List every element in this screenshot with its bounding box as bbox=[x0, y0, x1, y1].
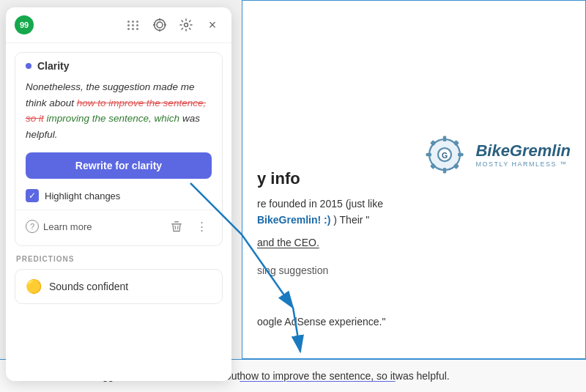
suggestion-text: Nonetheless, the suggestion made me thin… bbox=[26, 79, 212, 142]
predictions-label: PREDICTIONS bbox=[15, 255, 223, 263]
card-footer: ? Learn more ⋮ bbox=[15, 210, 222, 245]
text-insertion: improving the sentence, which bbox=[44, 113, 179, 124]
more-options-icon[interactable]: ⋮ bbox=[191, 216, 212, 237]
prediction-item: 🟡 Sounds confident bbox=[15, 269, 223, 304]
sidebar-toolbar: 99 bbox=[6, 7, 231, 43]
delete-icon[interactable] bbox=[166, 216, 187, 237]
brand-name: BikeGremlin bbox=[475, 141, 571, 160]
card-title: Clarity bbox=[37, 60, 70, 72]
grammarly-sidebar: 99 bbox=[6, 7, 231, 381]
svg-point-6 bbox=[185, 23, 188, 27]
highlight-checkbox[interactable]: ✓ bbox=[26, 189, 39, 202]
svg-line-9 bbox=[175, 226, 176, 229]
goals-icon[interactable] bbox=[149, 15, 170, 35]
para1-post: ) Their " bbox=[330, 214, 369, 226]
settings-icon[interactable] bbox=[176, 15, 196, 35]
svg-rect-7 bbox=[171, 223, 182, 225]
svg-point-0 bbox=[155, 20, 166, 31]
close-icon[interactable]: × bbox=[202, 15, 223, 35]
suggestion-card: Clarity Nonetheless, the suggestion made… bbox=[15, 52, 223, 246]
clarity-dot bbox=[26, 63, 31, 69]
help-icon[interactable]: ? bbox=[26, 220, 39, 233]
highlight-label: Highlight changes bbox=[45, 191, 120, 201]
bottom-text-post: was helpful. bbox=[396, 370, 450, 382]
bottom-text-underline: how to improve the sentence, so it bbox=[240, 370, 395, 382]
grammarly-logo: 99 bbox=[15, 15, 34, 34]
content-heading: y info bbox=[257, 169, 439, 188]
page-content-area: G BikeGremlin MOSTLY HARMLESS ™ y info r… bbox=[242, 0, 586, 359]
prediction-emoji: 🟡 bbox=[26, 278, 42, 295]
svg-rect-16 bbox=[426, 153, 432, 157]
svg-rect-8 bbox=[174, 221, 179, 223]
svg-point-1 bbox=[157, 22, 163, 28]
para1-rest: and the CEO. bbox=[257, 237, 319, 248]
svg-text:G: G bbox=[442, 151, 448, 160]
rewrite-clarity-button[interactable]: Rewrite for clarity bbox=[26, 152, 212, 179]
brand-text: BikeGremlin MOSTLY HARMLESS ™ bbox=[475, 141, 571, 168]
svg-line-10 bbox=[178, 226, 179, 229]
adsense-para: oogle AdSense experience." bbox=[257, 316, 571, 328]
learn-more-link[interactable]: Learn more bbox=[43, 221, 92, 232]
highlight-changes-row: ✓ Highlight changes bbox=[15, 186, 222, 210]
brand-tagline: MOSTLY HARMLESS ™ bbox=[475, 160, 571, 168]
svg-rect-17 bbox=[458, 153, 464, 157]
predictions-section: PREDICTIONS 🟡 Sounds confident bbox=[15, 255, 223, 304]
svg-rect-15 bbox=[443, 168, 447, 174]
brand-area: G BikeGremlin MOSTLY HARMLESS ™ bbox=[423, 133, 571, 177]
content-para-2: and the CEO. bbox=[257, 234, 439, 251]
svg-rect-14 bbox=[443, 136, 447, 142]
suggestion-note: sing suggestion bbox=[257, 265, 328, 276]
content-para-1: re founded in 2015 (just like BikeGremli… bbox=[257, 196, 439, 229]
para1-brand: BikeGremlin! :) bbox=[257, 214, 330, 226]
content-heading-area: y info re founded in 2015 (just like Bik… bbox=[257, 169, 439, 256]
card-header: Clarity bbox=[15, 53, 222, 79]
grid-icon[interactable] bbox=[123, 15, 144, 35]
prediction-text: Sounds confident bbox=[49, 281, 128, 292]
para1-pre: re founded in 2015 (just like bbox=[257, 198, 383, 210]
